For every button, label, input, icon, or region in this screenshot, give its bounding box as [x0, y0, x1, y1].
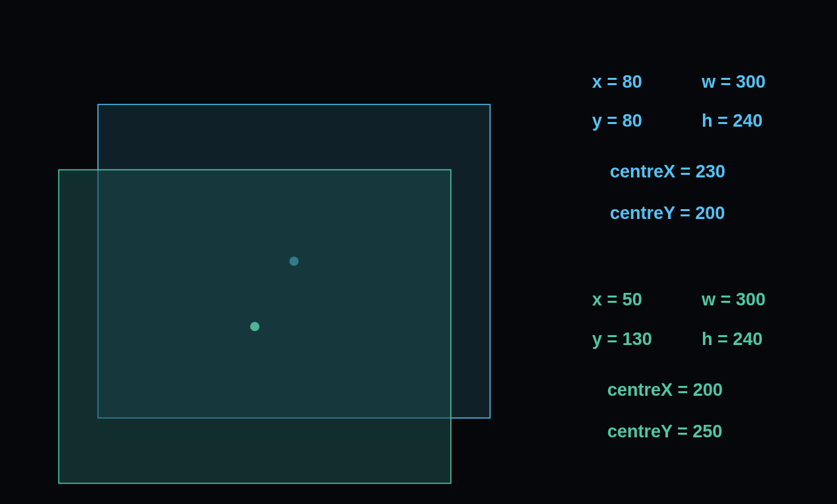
green-y-label: y = 130 [592, 329, 652, 350]
green-w-label: w = 300 [702, 290, 766, 310]
green-h-label: h = 240 [702, 329, 762, 350]
green-centrex-label: centreX = 200 [607, 380, 723, 400]
blue-centrey-label: centreY = 200 [610, 203, 725, 224]
green-x-label: x = 50 [592, 290, 642, 310]
blue-h-label: h = 240 [702, 111, 762, 131]
blue-centrex-label: centreX = 230 [610, 162, 725, 182]
blue-x-label: x = 80 [592, 72, 642, 92]
blue-y-label: y = 80 [592, 111, 642, 131]
blue-w-label: w = 300 [702, 72, 766, 92]
green-centrey-label: centreY = 250 [607, 422, 722, 442]
centre-dot-green [250, 322, 259, 331]
